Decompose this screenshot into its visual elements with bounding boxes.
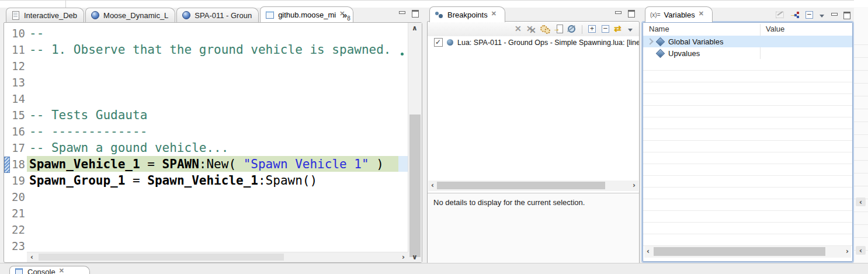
breakpoint-item[interactable]: Lua: SPA-011 - Ground Ops - Simple Spawn… (428, 36, 639, 48)
scroll-up-icon[interactable]: ∧ (412, 25, 418, 32)
variables-tab-label: Variables (664, 11, 695, 19)
expand-chevron-icon[interactable] (647, 38, 653, 44)
code-line[interactable]: 11-- 1. Observe that the ground vehicle … (4, 41, 408, 58)
minimize-icon[interactable] (830, 11, 838, 19)
column-name[interactable]: Name (649, 25, 669, 33)
variable-row[interactable]: Upvalues (643, 47, 852, 59)
collapse-all-icon[interactable] (600, 24, 611, 34)
scrollbar-thumb[interactable] (39, 254, 284, 261)
variable-name: Global Variables (668, 37, 723, 46)
line-number[interactable]: 19 (4, 174, 29, 187)
code-segment: Spawn_Vehicle_1 (147, 174, 258, 188)
maximize-icon[interactable] (411, 9, 419, 18)
scroll-right-icon[interactable]: › (846, 248, 849, 255)
code-line[interactable]: 17-- Spawn a gound vehicle... (4, 140, 408, 156)
code-line[interactable]: 21 (4, 205, 408, 221)
editor-horizontal-scrollbar[interactable]: ‹ › (27, 252, 408, 262)
code-line[interactable]: 20 (4, 189, 408, 205)
show-logical-structure-icon[interactable] (790, 10, 800, 20)
line-number[interactable]: 20 (4, 190, 29, 203)
editor-tab-moose_dynamic_l[interactable]: Moose_Dynamic_L (85, 8, 175, 22)
scrollbar-thumb[interactable] (409, 115, 421, 257)
line-number[interactable]: 12 (4, 60, 29, 72)
collapse-all-icon[interactable] (804, 10, 815, 20)
go-to-file-icon[interactable] (553, 24, 564, 34)
minimize-icon[interactable] (398, 9, 406, 18)
view-menu-icon[interactable] (819, 11, 826, 19)
variables-column-header[interactable]: Name Value (643, 23, 852, 36)
scroll-right-icon[interactable]: › (402, 254, 405, 261)
refresh-breakpoints-icon[interactable] (540, 24, 550, 34)
editor-tab-github.moose_mi[interactable]: github.moose_mi (260, 6, 353, 22)
code-line[interactable]: 16-- ------------- (4, 123, 408, 140)
line-number[interactable]: 23 (4, 240, 29, 252)
scrollbar-thumb[interactable] (437, 182, 605, 189)
editor-tab-interactive_deb[interactable]: Interactive_Deb (6, 8, 84, 22)
code-line[interactable]: 23 (4, 238, 408, 252)
remove-breakpoint-icon[interactable] (513, 24, 523, 34)
variables-horizontal-scrollbar[interactable]: ‹ › (644, 246, 851, 258)
scroll-left-icon[interactable]: ‹ (431, 182, 434, 189)
breakpoints-list[interactable]: Lua: SPA-011 - Ground Ops - Simple Spawn… (428, 36, 639, 180)
minimize-icon[interactable] (614, 9, 622, 18)
column-value[interactable]: Value (766, 25, 784, 33)
code-line[interactable]: 12 (4, 58, 408, 74)
code-segment: Spawn_Vehicle_1 (29, 157, 140, 171)
code-editor[interactable]: 10--11-- 1. Observe that the ground vehi… (4, 25, 408, 252)
breakpoints-horizontal-scrollbar[interactable]: ‹ › (428, 181, 638, 191)
remove-all-breakpoints-icon[interactable] (526, 24, 537, 34)
scroll-left-icon[interactable]: ‹ (856, 246, 866, 255)
background-rows (854, 32, 868, 257)
breakpoint-details-pane: No details to display for the current se… (428, 193, 639, 273)
code-line[interactable]: 13 (4, 74, 408, 91)
hidden-tab-count: 8 (347, 15, 350, 22)
scroll-right-icon[interactable]: › (633, 182, 636, 189)
breakpoints-view-icon (435, 10, 444, 19)
breakpoint-checkbox[interactable] (434, 38, 443, 47)
line-number[interactable]: 11 (4, 43, 29, 56)
line-number[interactable]: 21 (4, 207, 29, 220)
show-type-names-icon[interactable] (775, 10, 786, 20)
scrollbar-thumb[interactable] (654, 247, 825, 256)
line-number[interactable]: 22 (4, 223, 29, 236)
line-number[interactable]: 10 (4, 27, 29, 40)
maximize-icon[interactable] (627, 9, 635, 18)
line-number[interactable]: 13 (4, 76, 29, 89)
line-number[interactable]: 17 (4, 141, 29, 154)
line-number[interactable]: 14 (4, 92, 29, 105)
code-line[interactable]: 15-- Tests Gudauta (4, 107, 408, 123)
code-line[interactable]: 10-- (4, 25, 408, 41)
code-line[interactable]: 22 (4, 221, 408, 238)
code-line[interactable]: 19Spawn_Group_1 = Spawn_Vehicle_1:Spawn(… (4, 172, 408, 189)
code-segment: ) (369, 157, 384, 171)
tab-variables[interactable]: (x)= Variables (645, 6, 713, 22)
editor-tab-spa-011 - groun[interactable]: SPA-011 - Groun (176, 8, 259, 22)
skip-all-breakpoints-icon[interactable] (567, 24, 577, 34)
variable-row[interactable]: Global Variables (643, 36, 852, 47)
line-number[interactable]: 16 (4, 125, 29, 138)
close-icon[interactable] (699, 11, 706, 18)
scroll-left-icon[interactable]: ‹ (856, 197, 866, 206)
editor-vertical-scrollbar[interactable]: ∧ ∨ (408, 23, 422, 262)
view-menu-icon[interactable] (627, 25, 634, 33)
scroll-left-icon[interactable]: ‹ (30, 254, 33, 261)
debug-current-line-marker (4, 157, 10, 173)
close-icon[interactable] (491, 11, 498, 18)
tab-console[interactable]: Console (9, 266, 90, 274)
code-text: Spawn_Group_1 = Spawn_Vehicle_1:Spawn() (29, 174, 317, 188)
line-number[interactable]: 15 (4, 109, 29, 122)
code-line[interactable]: 18Spawn_Vehicle_1 = SPAWN:New( "Spawn Ve… (4, 156, 408, 172)
code-text: -- Tests Gudauta (29, 108, 147, 122)
expand-all-icon[interactable] (587, 24, 598, 34)
tab-breakpoints[interactable]: Breakpoints (429, 6, 505, 22)
tab-overflow-indicator[interactable]: »8 (342, 10, 350, 22)
scroll-down-icon[interactable]: ∨ (412, 254, 418, 261)
close-icon[interactable] (59, 268, 66, 274)
scroll-left-icon[interactable]: ‹ (647, 248, 650, 255)
maximize-icon[interactable] (842, 11, 850, 19)
code-segment: -- ------------- (29, 124, 147, 138)
code-segment: = (140, 157, 162, 171)
link-with-debug-icon[interactable] (614, 24, 624, 34)
code-text: -- ------------- (29, 124, 147, 138)
code-line[interactable]: 14 (4, 91, 408, 107)
